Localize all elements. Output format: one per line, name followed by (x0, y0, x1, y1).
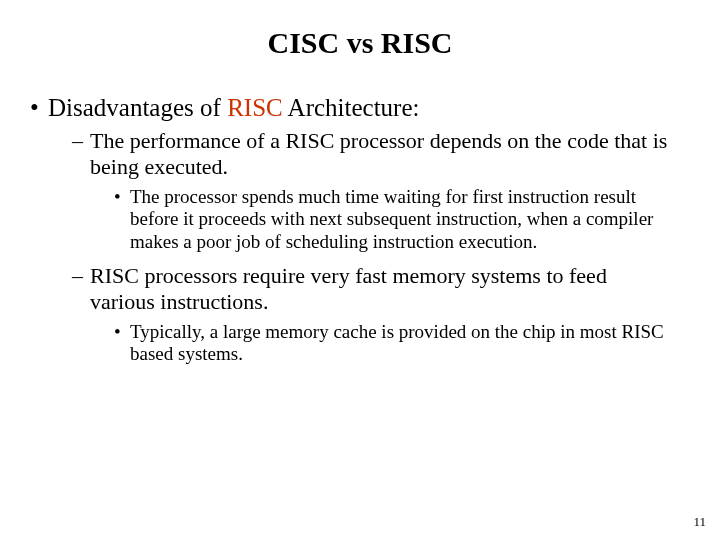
lvl1-prefix: Disadvantages of (48, 94, 227, 121)
lvl2a-text: The performance of a RISC processor depe… (90, 128, 670, 180)
lvl1-text: Disadvantages of RISC Architecture: (48, 94, 419, 121)
bullet-level1: •Disadvantages of RISC Architecture: (30, 94, 690, 122)
bullet-dot-icon: • (114, 321, 130, 366)
bullet-dot-icon: • (30, 94, 48, 122)
slide-title: CISC vs RISC (30, 26, 690, 60)
lvl3a-text: The processor spends much time waiting f… (130, 186, 670, 253)
lvl1-suffix: Architecture: (283, 94, 420, 121)
bullet-dot-icon: • (114, 186, 130, 253)
slide: CISC vs RISC •Disadvantages of RISC Arch… (0, 0, 720, 540)
bullet-level2: – The performance of a RISC processor de… (72, 128, 670, 180)
bullet-level2: – RISC processors require very fast memo… (72, 263, 670, 315)
bullet-level3: • The processor spends much time waiting… (114, 186, 670, 253)
dash-icon: – (72, 128, 90, 180)
bullet-level3: • Typically, a large memory cache is pro… (114, 321, 670, 366)
page-number: 11 (693, 514, 706, 530)
dash-icon: – (72, 263, 90, 315)
lvl3b-text: Typically, a large memory cache is provi… (130, 321, 670, 366)
lvl1-highlight: RISC (227, 94, 283, 121)
lvl2b-text: RISC processors require very fast memory… (90, 263, 670, 315)
